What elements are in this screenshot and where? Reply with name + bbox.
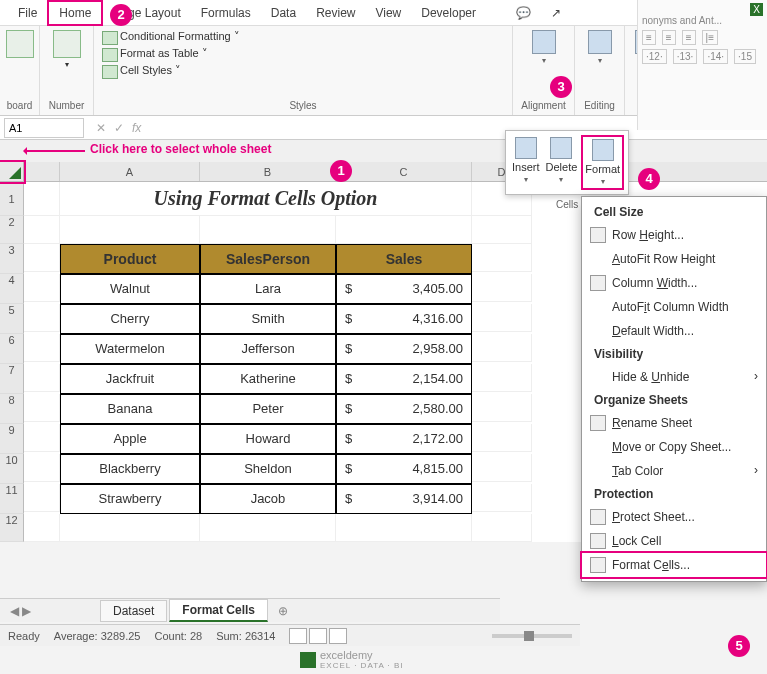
item-move-copy[interactable]: Move or Copy Sheet... (582, 435, 766, 459)
format-as-table[interactable]: Format as Table ˅ (102, 47, 208, 60)
item-row-height[interactable]: Row Height... (582, 223, 766, 247)
status-average: Average: 3289.25 (54, 630, 141, 642)
alignment-label: Alignment (521, 100, 565, 111)
align-icon[interactable]: ≡ (662, 30, 676, 45)
align-icon[interactable]: ≡ (642, 30, 656, 45)
callout-3: 3 (550, 76, 572, 98)
tab-add[interactable]: ⊕ (270, 601, 296, 621)
row-header[interactable]: 1 (0, 182, 24, 216)
view-icons[interactable] (289, 628, 347, 644)
zoom-slider[interactable] (492, 634, 572, 638)
cell-product[interactable]: Strawberry (60, 484, 200, 514)
mini-format[interactable]: Format▾ (583, 137, 622, 188)
row-header[interactable]: 2 (0, 216, 24, 244)
row-header[interactable]: 6 (0, 334, 24, 364)
col-header-c[interactable]: C (336, 162, 472, 181)
watermark-name: exceldemy (320, 649, 373, 661)
menu-share-icon[interactable]: ↗ (541, 2, 571, 24)
menu-review[interactable]: Review (306, 2, 365, 24)
item-autofit-row[interactable]: AutoFit Row Height (582, 247, 766, 271)
ribbon-styles: Conditional Formatting ˅ Format as Table… (94, 26, 513, 115)
menu-home[interactable]: Home (47, 0, 103, 26)
cell-person[interactable]: Jefferson (200, 334, 336, 364)
menu-view[interactable]: View (365, 2, 411, 24)
menu-developer[interactable]: Developer (411, 2, 486, 24)
cells-mini-toolbar: Insert▾ Delete▾ Format▾ Cells (505, 130, 629, 195)
cell-product[interactable]: Walnut (60, 274, 200, 304)
menu-data[interactable]: Data (261, 2, 306, 24)
row-header[interactable]: 11 (0, 484, 24, 514)
item-autofit-col[interactable]: AutoFit Column Width (582, 295, 766, 319)
item-tab-color[interactable]: Tab Color (582, 459, 766, 483)
row-header[interactable]: 8 (0, 394, 24, 424)
cell-person[interactable]: Smith (200, 304, 336, 334)
item-col-width[interactable]: Column Width... (582, 271, 766, 295)
cell-product[interactable]: Watermelon (60, 334, 200, 364)
title-cell[interactable]: Using Format Cells Option (60, 182, 472, 216)
editing-label: Editing (584, 100, 615, 111)
tab-dataset[interactable]: Dataset (100, 600, 167, 622)
callout-1: 1 (330, 160, 352, 182)
row-header[interactable]: 12 (0, 514, 24, 542)
cell-product[interactable]: Jackfruit (60, 364, 200, 394)
fx-icon[interactable]: fx (132, 121, 141, 135)
cell-person[interactable]: Lara (200, 274, 336, 304)
ghost-title: nonyms and Ant... (642, 15, 763, 26)
row-header[interactable]: 3 (0, 244, 24, 274)
cell-sales[interactable]: $2,580.00 (336, 394, 472, 424)
cell-person[interactable]: Peter (200, 394, 336, 424)
row-header[interactable]: 5 (0, 304, 24, 334)
alignment-icon[interactable] (532, 30, 556, 54)
number-icon[interactable] (53, 30, 81, 58)
col-header-a[interactable]: A (60, 162, 200, 181)
cell-person[interactable]: Howard (200, 424, 336, 454)
item-lock-cell[interactable]: Lock Cell (582, 529, 766, 553)
clipboard-icon[interactable] (6, 30, 34, 58)
cell-person[interactable]: Katherine (200, 364, 336, 394)
ribbon-number: ▾ Number (40, 26, 94, 115)
item-default-width[interactable]: Default Width... (582, 319, 766, 343)
menu-formulas[interactable]: Formulas (191, 2, 261, 24)
cell-product[interactable]: Apple (60, 424, 200, 454)
col-header-spacer[interactable] (24, 162, 60, 181)
row-header[interactable]: 9 (0, 424, 24, 454)
row-header[interactable]: 7 (0, 364, 24, 394)
section-organize: Organize Sheets (582, 389, 766, 411)
mini-delete[interactable]: Delete▾ (546, 137, 578, 188)
item-rename-sheet[interactable]: Rename Sheet (582, 411, 766, 435)
cell-sales[interactable]: $3,914.00 (336, 484, 472, 514)
name-box[interactable] (4, 118, 84, 138)
cell-sales[interactable]: $2,958.00 (336, 334, 472, 364)
enter-icon[interactable]: ✓ (114, 121, 124, 135)
cell-product[interactable]: Cherry (60, 304, 200, 334)
tbl-header-product[interactable]: Product (60, 244, 200, 274)
cell-product[interactable]: Banana (60, 394, 200, 424)
tab-format-cells[interactable]: Format Cells (169, 599, 268, 622)
cell-sales[interactable]: $2,172.00 (336, 424, 472, 454)
conditional-formatting[interactable]: Conditional Formatting ˅ (102, 30, 240, 43)
item-hide-unhide[interactable]: Hide & Unhide (582, 365, 766, 389)
cell-sales[interactable]: $2,154.00 (336, 364, 472, 394)
cell-product[interactable]: Blackberry (60, 454, 200, 484)
align-icon[interactable]: ≡ (682, 30, 696, 45)
tbl-header-person[interactable]: SalesPerson (200, 244, 336, 274)
menu-comments-icon[interactable]: 💬 (506, 2, 541, 24)
item-format-cells[interactable]: Format Cells... (582, 553, 766, 577)
cell-sales[interactable]: $4,316.00 (336, 304, 472, 334)
row-header[interactable]: 10 (0, 454, 24, 484)
item-protect-sheet[interactable]: Protect Sheet... (582, 505, 766, 529)
editing-icon[interactable] (588, 30, 612, 54)
tbl-header-sales[interactable]: Sales (336, 244, 472, 274)
menu-file[interactable]: File (8, 2, 47, 24)
cell-person[interactable]: Sheldon (200, 454, 336, 484)
col-header-b[interactable]: B (200, 162, 336, 181)
format-context-menu: Cell Size Row Height... AutoFit Row Heig… (581, 196, 767, 582)
cancel-icon[interactable]: ✕ (96, 121, 106, 135)
cell-sales[interactable]: $3,405.00 (336, 274, 472, 304)
mini-insert[interactable]: Insert▾ (512, 137, 540, 188)
cell-person[interactable]: Jacob (200, 484, 336, 514)
cell-sales[interactable]: $4,815.00 (336, 454, 472, 484)
row-header[interactable]: 4 (0, 274, 24, 304)
cell-styles[interactable]: Cell Styles ˅ (102, 64, 181, 77)
select-all-triangle[interactable] (0, 162, 24, 182)
